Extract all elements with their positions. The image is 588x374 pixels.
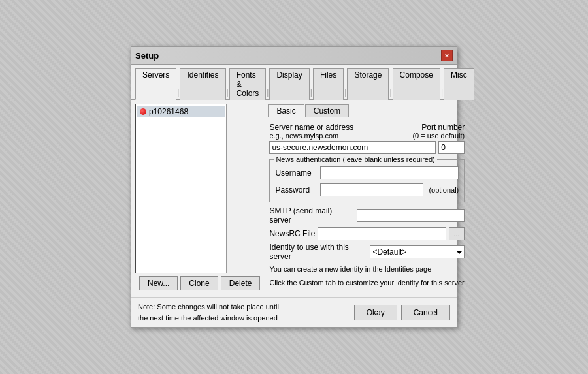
tab-sep-5: | [344,88,346,99]
server-eg-label: e.g., news.myisp.com [269,132,353,140]
tab-sep-3: | [267,88,269,99]
port-header: Port number (0 = use default) [412,123,465,140]
auth-group-legend: News authentication (leave blank unless … [274,155,436,163]
port-label: Port number [412,123,465,132]
content-area: p10261468 New... Clone Delete Basic Cust… [131,100,457,297]
server-name-label: Server name or address [269,123,353,132]
tab-sep-1: | [177,88,179,99]
auth-group: News authentication (leave blank unless … [269,159,465,202]
bottom-note-line2: the next time the affected window is ope… [138,313,279,324]
smtp-row: SMTP (send mail) server [269,206,465,225]
tab-sep-2: | [227,88,229,99]
password-label: Password [275,185,318,195]
identity-select[interactable]: <Default> [370,245,465,258]
newsrc-row: NewsRC File ... [269,227,465,240]
server-name-header: Server name or address e.g., news.myisp.… [269,123,353,140]
bottom-note-line1: Note: Some changes will not take place u… [138,302,279,313]
tab-sep-7: | [441,88,443,99]
title-bar: Setup × [131,47,457,65]
identity-label: Identity to use with this server [269,243,367,261]
new-server-button[interactable]: New... [139,276,178,290]
server-item-name: p10261468 [149,107,188,116]
tab-sep-4: | [310,88,312,99]
inner-tab-basic[interactable]: Basic [268,104,304,117]
optional-label: (optional) [429,186,459,194]
server-form: Server name or address e.g., news.myisp.… [268,123,466,288]
bottom-bar: Note: Some changes will not take place u… [131,297,457,327]
close-icon: × [445,52,449,59]
inner-tab-custom[interactable]: Custom [305,104,349,117]
setup-dialog: Setup × Servers | Identities | Fonts & C… [131,46,457,328]
password-row: Password (optional) [275,183,459,196]
info-text-1: You can create a new identity in the Ide… [269,264,465,275]
server-list: p10261468 [135,104,227,273]
list-item[interactable]: p10261468 [137,106,225,117]
tab-storage[interactable]: Storage [347,68,389,100]
smtp-input[interactable] [357,209,465,222]
password-input[interactable] [320,183,423,196]
okay-button[interactable]: Okay [354,305,397,320]
server-list-panel: p10261468 New... Clone Delete [135,104,264,293]
cancel-button[interactable]: Cancel [401,305,450,320]
server-address-input[interactable] [269,141,436,154]
tab-compose[interactable]: Compose [393,68,440,100]
main-tab-bar: Servers | Identities | Fonts & Colors | … [131,65,457,100]
identity-row: Identity to use with this server <Defaul… [269,243,465,261]
dialog-title: Setup [135,51,159,61]
server-status-dot [140,108,146,115]
right-panel: Basic Custom Server name or address e.g.… [268,104,466,293]
port-sublabel: (0 = use default) [412,132,465,140]
delete-server-button[interactable]: Delete [221,276,261,290]
tab-fonts-colors[interactable]: Fonts & Colors [229,68,267,100]
browse-button[interactable]: ... [449,227,465,240]
tab-servers[interactable]: Servers [135,68,176,100]
tab-sep-6: | [389,88,391,99]
username-row: Username [275,166,459,179]
inner-tab-bar: Basic Custom [268,104,466,117]
smtp-label: SMTP (send mail) server [269,206,354,225]
server-action-buttons: New... Clone Delete [135,273,264,293]
port-input[interactable] [438,141,465,154]
username-label: Username [275,168,318,178]
close-button[interactable]: × [441,50,453,61]
clone-server-button[interactable]: Clone [180,276,218,290]
tab-identities[interactable]: Identities [180,68,225,100]
tab-misc[interactable]: Misc [444,68,474,100]
server-port-inputs [269,141,465,154]
tab-display[interactable]: Display [269,68,309,100]
tab-files[interactable]: Files [313,68,344,100]
bottom-note: Note: Some changes will not take place u… [138,302,279,323]
info-text-2: Click the Custom tab to customize your i… [269,277,465,288]
newsrc-label: NewsRC File [269,229,315,238]
username-input[interactable] [320,166,459,179]
server-port-header: Server name or address e.g., news.myisp.… [269,123,465,140]
bottom-buttons: Okay Cancel [354,305,450,320]
newsrc-input[interactable] [318,227,446,240]
